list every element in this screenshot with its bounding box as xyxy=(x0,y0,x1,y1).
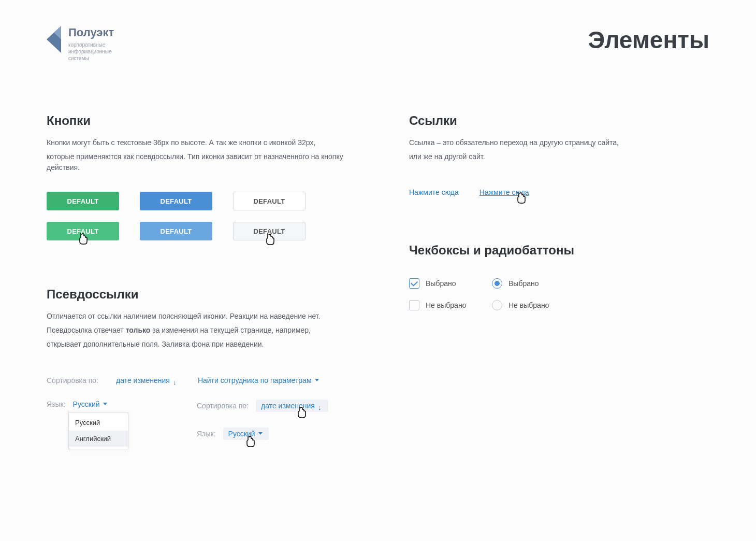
sort-pseudolink[interactable]: дате изменения xyxy=(114,376,180,385)
lang-pseudolink[interactable]: Русский xyxy=(71,400,110,409)
lang-dropdown: Русский Английский xyxy=(68,412,128,449)
links-desc-2: или же на другой сайт. xyxy=(409,151,709,162)
checkbox-selected[interactable]: Выбрано xyxy=(409,278,492,289)
sort-label: Сортировка по: xyxy=(47,376,98,385)
radio-unchecked-icon xyxy=(492,300,502,310)
pseudolinks-desc-2: Псевдосылка отвечает только за изменения… xyxy=(47,325,368,336)
logo-subtitle-2: информационные xyxy=(68,48,114,55)
cursor-pointer-icon xyxy=(265,233,276,246)
lang-label: Язык: xyxy=(47,400,66,408)
logo-subtitle-3: системы xyxy=(68,55,114,62)
pseudolinks-section: Псевдоссылки Отличается от ссылки наличи… xyxy=(47,287,368,449)
button-white-default[interactable]: DEFAULT xyxy=(233,192,306,210)
checkboxes-section: Чекбоксы и радиобаттоны Выбрано Выбрано … xyxy=(409,243,709,310)
cursor-pointer-icon xyxy=(78,232,89,246)
logo-block: Полуэкт корпоративные информационные сис… xyxy=(47,26,114,62)
link-hover[interactable]: Нажмите сюда xyxy=(479,188,529,196)
links-heading: Ссылки xyxy=(409,113,709,128)
buttons-section: Кнопки Кнопки могут быть с текстовые 36p… xyxy=(47,113,368,240)
dropdown-item[interactable]: Русский xyxy=(69,415,128,431)
chevron-down-icon xyxy=(258,431,264,436)
lang-label-2: Язык: xyxy=(197,430,216,438)
buttons-desc-2: которые применяются как псевдоссылки. Ти… xyxy=(47,151,368,173)
page-title: Элементы xyxy=(588,26,709,54)
button-blue-hover[interactable]: DEFAULT xyxy=(140,222,212,240)
pseudolinks-heading: Псевдоссылки xyxy=(47,287,368,302)
arrow-down-icon xyxy=(173,378,178,383)
checkbox-unchecked-icon xyxy=(409,300,419,310)
sort-pseudolink-hover[interactable]: дате изменения xyxy=(256,400,328,412)
chevron-down-icon xyxy=(315,378,320,383)
pseudolinks-desc-3: открывает дополнительные поля. Заливка ф… xyxy=(47,339,368,350)
logo-subtitle-1: корпоративные xyxy=(68,41,114,48)
button-green-default[interactable]: DEFAULT xyxy=(47,192,119,210)
button-green-hover[interactable]: DEFAULT xyxy=(47,222,119,240)
find-pseudolink[interactable]: Найти сотрудника по параметрам xyxy=(196,376,322,385)
cursor-pointer-icon xyxy=(516,191,527,205)
logo-title: Полуэкт xyxy=(68,26,114,39)
radio-unselected[interactable]: Не выбрано xyxy=(492,300,575,310)
links-section: Ссылки Ссылка – это обязательно переход … xyxy=(409,113,709,196)
checkbox-checked-icon xyxy=(409,278,419,289)
links-desc-1: Ссылка – это обязательно переход на друг… xyxy=(409,137,709,148)
chevron-down-icon xyxy=(103,402,108,407)
lang-pseudolink-hover[interactable]: Русский xyxy=(223,428,269,440)
link-default[interactable]: Нажмите сюда xyxy=(409,188,459,196)
sort-label-2: Сортировка по: xyxy=(197,402,249,410)
buttons-desc-1: Кнопки могут быть с текстовые 36px по вы… xyxy=(47,137,368,148)
checkbox-unselected[interactable]: Не выбрано xyxy=(409,300,492,310)
pseudolinks-desc-1: Отличается от ссылки наличием поясняющей… xyxy=(47,311,368,322)
radio-selected[interactable]: Выбрано xyxy=(492,278,575,289)
cursor-pointer-icon xyxy=(245,435,256,448)
cursor-pointer-icon xyxy=(296,406,308,419)
buttons-heading: Кнопки xyxy=(47,113,368,128)
button-blue-default[interactable]: DEFAULT xyxy=(140,192,212,210)
button-white-hover[interactable]: DEFAULT xyxy=(233,222,306,240)
radio-checked-icon xyxy=(492,278,502,289)
checkboxes-heading: Чекбоксы и радиобаттоны xyxy=(409,243,709,258)
logo-icon xyxy=(47,26,61,53)
dropdown-item-hover[interactable]: Английский xyxy=(69,431,128,447)
arrow-down-icon xyxy=(318,403,323,408)
